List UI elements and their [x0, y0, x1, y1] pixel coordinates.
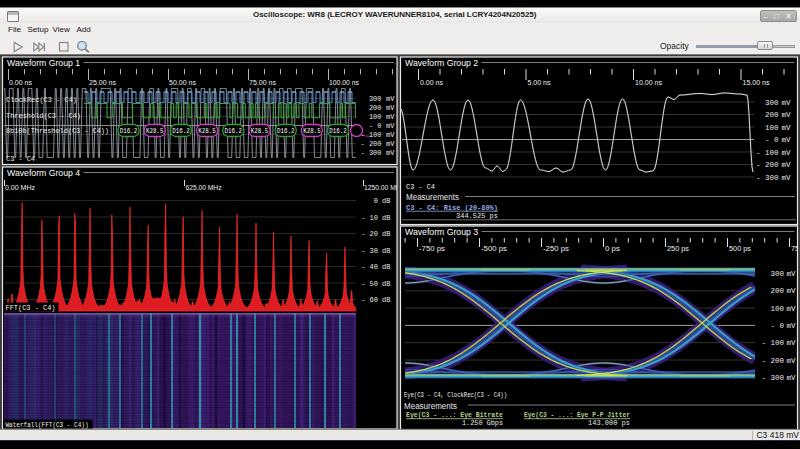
svg-text:mV: mV	[782, 111, 792, 119]
svg-text:- 30: - 30	[361, 247, 378, 255]
svg-text:K28.5: K28.5	[146, 127, 164, 135]
svg-text:K28.5: K28.5	[251, 127, 269, 135]
svg-text:200: 200	[765, 111, 779, 119]
svg-text:10.00 ns: 10.00 ns	[635, 79, 662, 86]
svg-text:mV: mV	[787, 374, 797, 382]
svg-text:mV: mV	[386, 131, 395, 139]
svg-text:200: 200	[770, 287, 784, 295]
svg-text:500 ps: 500 ps	[729, 245, 752, 253]
svg-text:143.000 ps: 143.000 ps	[588, 419, 630, 427]
svg-text:- 100: - 100	[360, 131, 381, 139]
svg-text:mV: mV	[787, 357, 797, 365]
svg-text:1250.00 MHz: 1250.00 MHz	[364, 184, 404, 191]
svg-text:mV: mV	[386, 95, 395, 103]
svg-text:50.00 ns: 50.00 ns	[169, 79, 196, 86]
svg-text:- 200: - 200	[360, 140, 381, 148]
svg-text:25.00 ns: 25.00 ns	[89, 79, 116, 86]
svg-text:- 100: - 100	[756, 149, 779, 157]
svg-text:mV: mV	[782, 124, 792, 132]
svg-text:Measurements: Measurements	[406, 192, 459, 202]
svg-text:- 300: - 300	[360, 149, 381, 157]
svg-text:mV: mV	[782, 136, 792, 144]
svg-text:dB: dB	[382, 247, 390, 255]
svg-text:- 200: - 200	[756, 161, 779, 169]
svg-text:- 60: - 60	[361, 296, 378, 304]
svg-text:0.00 MHz: 0.00 MHz	[5, 184, 35, 191]
svg-text:- 10: - 10	[361, 214, 378, 222]
svg-text:-500 ps: -500 ps	[481, 245, 508, 253]
svg-text:D16.2: D16.2	[120, 127, 138, 135]
svg-text:mV: mV	[782, 149, 792, 157]
svg-text:K28.5: K28.5	[303, 127, 321, 135]
svg-text:250 ps: 250 ps	[667, 245, 690, 253]
svg-text:mV: mV	[787, 305, 797, 313]
svg-text:C3 - C4: Rise (20-80%): C3 - C4: Rise (20-80%)	[406, 204, 498, 212]
svg-text:100: 100	[369, 113, 382, 121]
svg-text:dB: dB	[382, 197, 390, 205]
svg-text:- 20: - 20	[361, 230, 378, 238]
svg-text:mV: mV	[782, 99, 792, 107]
svg-text:dB: dB	[382, 280, 390, 288]
svg-text:Waveform Group 3: Waveform Group 3	[405, 227, 478, 237]
svg-text:344.525 ps: 344.525 ps	[456, 212, 498, 220]
svg-text:mV: mV	[386, 104, 395, 112]
svg-text:300: 300	[770, 270, 784, 278]
svg-text:dB: dB	[382, 263, 390, 271]
svg-text:625.00 MHz: 625.00 MHz	[186, 184, 222, 191]
svg-text:dB: dB	[382, 230, 390, 238]
svg-text:75.00 ns: 75.00 ns	[249, 79, 276, 86]
svg-text:1.250 Gbps: 1.250 Gbps	[462, 419, 503, 427]
svg-text:C3 - C4: C3 - C4	[406, 183, 435, 191]
svg-text:Waterfall(FFT(C3 - C4)): Waterfall(FFT(C3 - C4))	[6, 421, 89, 429]
svg-text:- 0: - 0	[765, 136, 779, 144]
svg-text:- 100: - 100	[761, 339, 784, 347]
svg-text:300: 300	[765, 99, 779, 107]
svg-text:- 0: - 0	[369, 122, 382, 130]
svg-text:Measurements: Measurements	[404, 401, 457, 411]
svg-text:FFT(C3 - C4): FFT(C3 - C4)	[6, 304, 56, 312]
svg-text:dB: dB	[382, 296, 390, 304]
svg-text:100: 100	[765, 124, 779, 132]
svg-text:0.00 ns: 0.00 ns	[420, 79, 443, 86]
svg-text:mV: mV	[782, 174, 792, 182]
svg-text:Waveform Group 2: Waveform Group 2	[405, 58, 478, 68]
svg-text:- 200: - 200	[761, 357, 784, 365]
svg-text:100.00 ns: 100.00 ns	[329, 79, 359, 86]
svg-text:D16.2: D16.2	[329, 127, 347, 135]
svg-text:mV: mV	[386, 113, 395, 121]
svg-text:- 0: - 0	[770, 322, 784, 330]
svg-text:Waveform Group 4: Waveform Group 4	[7, 168, 80, 178]
svg-text:- 40: - 40	[361, 263, 378, 271]
svg-text:mV: mV	[787, 339, 797, 347]
svg-text:mV: mV	[782, 161, 792, 169]
svg-text:Threshold(C3 - C4): Threshold(C3 - C4)	[6, 112, 81, 120]
svg-text:mV: mV	[787, 287, 797, 295]
svg-text:mV: mV	[386, 149, 395, 157]
svg-text:15.00 ns: 15.00 ns	[743, 79, 770, 86]
svg-text:0: 0	[374, 197, 378, 205]
svg-text:- 300: - 300	[756, 174, 779, 182]
svg-text:- 50: - 50	[361, 280, 378, 288]
svg-text:-250 ps: -250 ps	[543, 245, 570, 253]
svg-text:Eye(C3 - C4, ClockRec(C3 - C4): Eye(C3 - C4, ClockRec(C3 - C4))	[404, 391, 507, 399]
svg-text:0 ps: 0 ps	[605, 245, 621, 253]
svg-text:mV: mV	[386, 140, 395, 148]
svg-text:-750 ps: -750 ps	[419, 245, 446, 253]
svg-text:Eye(C3 - ...: Eye P-P Jitter: Eye(C3 - ...: Eye P-P Jitter	[524, 411, 630, 419]
svg-text:D16.2: D16.2	[172, 127, 190, 135]
svg-text:0.00 ns: 0.00 ns	[9, 79, 32, 86]
svg-text:mV: mV	[787, 270, 797, 278]
svg-text:K28.5: K28.5	[198, 127, 216, 135]
svg-text:D16.2: D16.2	[225, 127, 243, 135]
svg-text:- 300: - 300	[761, 374, 784, 382]
svg-text:mV: mV	[787, 322, 797, 330]
svg-text:Eye(C3 - ...: Eye Bitrate: Eye(C3 - ...: Eye Bitrate	[406, 411, 503, 419]
svg-text:mV: mV	[386, 122, 395, 130]
svg-text:8b10b(Threshold(C3 - C4)): 8b10b(Threshold(C3 - C4))	[6, 127, 109, 135]
svg-text:C3 - C4: C3 - C4	[6, 155, 35, 163]
svg-text:dB: dB	[382, 214, 390, 222]
svg-text:5.00 ns: 5.00 ns	[528, 79, 551, 86]
svg-text:100: 100	[770, 305, 784, 313]
svg-text:750 ps: 750 ps	[791, 245, 800, 253]
svg-text:300: 300	[369, 95, 382, 103]
